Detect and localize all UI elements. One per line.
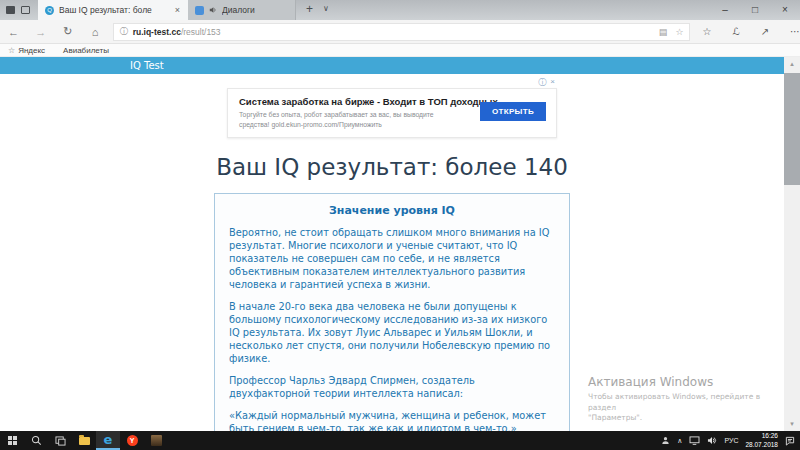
site-title: IQ Test <box>130 60 164 71</box>
edge-browser-window: Q Ваш IQ результат: боле × Диалоги + ∨ –… <box>0 0 800 450</box>
bookmark-star-icon: ☆ <box>8 46 15 55</box>
site-header: IQ Test <box>0 57 784 74</box>
pretab-buttons <box>0 0 38 20</box>
bookmark-avia[interactable]: Авиабилеты <box>63 46 109 55</box>
folder-icon <box>79 437 90 445</box>
minimize-button[interactable]: – <box>710 0 740 20</box>
page-viewport: IQ Test ⓘ × Система заработка на бирже -… <box>0 57 800 431</box>
box-paragraph: Вероятно, не стоит обращать слишком мног… <box>229 226 555 291</box>
yandex-icon: Y <box>127 435 138 446</box>
scroll-up-icon[interactable]: ▴ <box>784 57 800 71</box>
date: 28.07.2018 <box>745 441 778 449</box>
app-icon <box>151 435 162 446</box>
volume-icon[interactable] <box>707 436 717 445</box>
language-indicator[interactable]: РУС <box>724 437 738 444</box>
ad-close-icon[interactable]: × <box>550 77 555 88</box>
start-button[interactable] <box>0 431 24 450</box>
edge-taskbar-button[interactable]: e <box>96 431 120 450</box>
tab-bar: Q Ваш IQ результат: боле × Диалоги + ∨ –… <box>0 0 800 20</box>
set-tabs-aside-icon[interactable] <box>21 6 30 14</box>
people-icon[interactable] <box>661 436 670 445</box>
box-paragraph: «Каждый нормальный мужчина, женщина и ре… <box>229 409 555 431</box>
bookmarks-bar: ☆ Яндекс Авиабилеты <box>0 44 800 57</box>
tab-list-chevron-icon[interactable]: ∨ <box>323 0 329 20</box>
back-button[interactable]: ← <box>0 26 27 38</box>
bookmark-yandex[interactable]: ☆ Яндекс <box>8 46 45 55</box>
close-tab-icon[interactable]: × <box>174 5 181 15</box>
yandex-browser-button[interactable]: Y <box>120 431 144 450</box>
edge-icon: e <box>104 432 113 447</box>
reading-list-icon[interactable]: ℒ <box>732 26 739 37</box>
ad-title[interactable]: Система заработка на бирже - Входит в ТО… <box>239 96 464 108</box>
share-icon[interactable]: ↗ <box>761 26 769 37</box>
action-center-icon[interactable] <box>785 436 795 446</box>
window-controls: – □ × <box>710 0 800 20</box>
ad-info-icon[interactable]: ⓘ <box>538 77 546 88</box>
vertical-scrollbar[interactable]: ▴ ▾ <box>784 57 800 431</box>
box-paragraph: В начале 20-го века два человека не были… <box>229 300 555 365</box>
file-explorer-button[interactable] <box>72 431 96 450</box>
time: 16:26 <box>745 432 778 440</box>
forward-button[interactable]: → <box>27 26 54 38</box>
pinned-app-button[interactable] <box>144 431 168 450</box>
taskbar-search-button[interactable] <box>24 431 48 450</box>
dialogs-favicon <box>195 6 204 15</box>
maximize-button[interactable]: □ <box>740 0 770 20</box>
windows-logo-icon <box>8 436 17 445</box>
close-window-button[interactable]: × <box>770 0 800 20</box>
search-icon <box>31 435 42 446</box>
iq-result-heading: Ваш IQ результат: более 140 <box>0 154 784 180</box>
ad-description: Торгуйте без опыта, робот зарабатывает з… <box>239 110 464 130</box>
iq-meaning-box: Значение уровня IQ Вероятно, не стоит об… <box>214 193 570 431</box>
task-view-icon <box>55 436 66 446</box>
address-bar[interactable]: ⓘ ru.iq-test.cc /result/153 ▤ ☆ <box>113 23 691 41</box>
scroll-down-icon[interactable]: ▾ <box>784 417 800 431</box>
system-tray: ∧ РУС 16:26 28.07.2018 <box>661 432 800 448</box>
browser-action-icons: ☆ ℒ ↗ ⋯ <box>702 26 800 37</box>
url-host: ru.iq-test.cc <box>133 27 181 37</box>
tab-audio-speaker-icon[interactable] <box>209 6 217 14</box>
navigation-bar: ← → ↻ ⌂ ⓘ ru.iq-test.cc /result/153 ▤ ☆ … <box>0 20 800 44</box>
tab-preview-icon[interactable] <box>6 6 15 14</box>
add-favorite-star-icon[interactable]: ☆ <box>675 27 683 37</box>
windows-taskbar: e Y ∧ РУС 16:26 28.07.2018 <box>0 431 800 450</box>
new-tab-button[interactable]: + <box>296 0 323 20</box>
box-title: Значение уровня IQ <box>229 204 555 217</box>
more-options-icon[interactable]: ⋯ <box>790 26 800 37</box>
iq-test-favicon: Q <box>45 6 54 15</box>
home-button[interactable]: ⌂ <box>82 26 109 38</box>
hidden-icons-chevron[interactable]: ∧ <box>677 437 682 445</box>
tab-iq-result[interactable]: Q Ваш IQ результат: боле × <box>38 0 188 20</box>
windows-activation-watermark: Активация Windows Чтобы активировать Win… <box>588 375 768 424</box>
refresh-button[interactable]: ↻ <box>54 25 81 38</box>
task-view-button[interactable] <box>48 431 72 450</box>
scrollbar-thumb[interactable] <box>784 73 800 185</box>
ad-open-button[interactable]: ОТКРЫТЬ <box>480 102 546 121</box>
box-paragraph: Профессор Чарльз Эдвард Спирмен, создате… <box>229 374 555 400</box>
tab-title: Диалоги <box>222 5 288 15</box>
tab-title: Ваш IQ результат: боле <box>59 5 169 15</box>
taskbar-clock[interactable]: 16:26 28.07.2018 <box>745 432 778 448</box>
site-info-icon[interactable]: ⓘ <box>120 26 128 37</box>
network-icon[interactable] <box>689 436 700 445</box>
reading-view-icon[interactable]: ▤ <box>659 27 668 37</box>
tab-dialogs[interactable]: Диалоги <box>188 0 296 20</box>
url-path: /result/153 <box>181 27 221 37</box>
ad-banner[interactable]: ⓘ × Система заработка на бирже - Входит … <box>227 88 557 138</box>
favorites-hub-icon[interactable]: ☆ <box>702 26 711 37</box>
